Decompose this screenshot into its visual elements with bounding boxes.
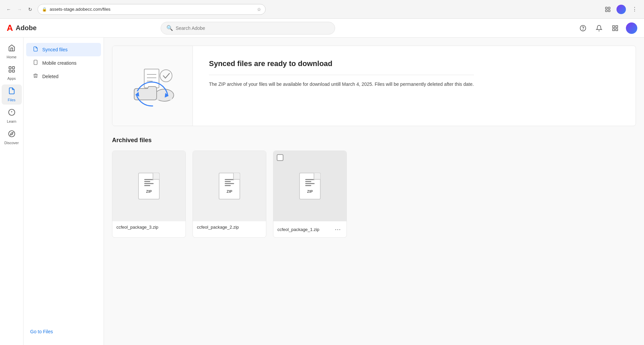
zip-line [225,179,234,180]
svg-rect-22 [157,93,172,100]
search-input[interactable] [176,25,329,31]
content-area: Synced files are ready to download The Z… [104,38,644,345]
nav-mobile-creations[interactable]: Mobile creations [26,56,101,70]
zip-line [225,185,231,186]
file-name-text-2: ccfeol_package_2.zip [197,225,239,230]
browser-chrome: ← → ↻ 🔒 assets-stage.adobecc.com/files ☆… [0,0,644,19]
svg-rect-9 [616,28,618,31]
go-to-files-link[interactable]: Go to Files [23,324,104,340]
zip-icon-3: ZIP [138,173,160,199]
sidebar-item-discover[interactable]: Discover [2,127,22,148]
synced-files-label: Synced files [42,47,67,52]
apps-grid-button[interactable] [610,23,621,34]
sidebar-home-label: Home [7,55,16,59]
zip-line [144,179,154,180]
svg-point-5 [583,29,583,30]
sync-svg [126,59,179,113]
secondary-sidebar: Synced files Mobile creations Deleted Go… [23,38,104,345]
file-more-button-1[interactable]: ⋯ [333,225,342,234]
adobe-logo[interactable]: A Adobe [7,23,37,33]
adobe-icon: A [7,23,13,33]
zip-label-2: ZIP [226,189,232,193]
zip-line [305,185,311,186]
more-options-button[interactable]: ⋮ [629,4,640,15]
file-name-3: ccfeol_package_3.zip [112,221,185,233]
file-name-text-3: ccfeol_package_3.zip [116,225,158,230]
zip-lines-1 [305,179,315,186]
zip-label-3: ZIP [146,189,152,193]
synced-files-banner: Synced files are ready to download The Z… [112,46,636,126]
svg-rect-3 [608,10,610,11]
top-nav-right [578,22,637,34]
mobile-creations-label: Mobile creations [42,60,76,66]
reload-button[interactable]: ↻ [25,5,35,14]
file-thumbnail-1: ZIP [273,151,346,221]
deleted-icon [33,73,38,80]
sidebar-apps-label: Apps [7,76,16,80]
svg-rect-19 [34,60,37,64]
svg-rect-7 [616,25,618,27]
zip-line [144,185,150,186]
svg-rect-10 [9,67,11,69]
svg-point-17 [8,131,14,137]
apps-icon [8,66,15,75]
forward-button[interactable]: → [15,5,24,14]
search-bar[interactable]: 🔍 [161,22,335,35]
sidebar-item-apps[interactable]: Apps [2,63,22,83]
adobe-text: Adobe [16,24,37,32]
file-checkbox-1[interactable] [277,154,283,161]
file-card-2[interactable]: ZIP ccfeol_package_2.zip [193,151,266,238]
zip-lines-2 [225,179,234,186]
files-icon [8,87,15,97]
discover-icon [8,130,15,139]
back-button[interactable]: ← [4,5,13,14]
nav-deleted[interactable]: Deleted [26,70,101,83]
synced-files-icon [33,46,38,53]
nav-buttons: ← → ↻ [4,5,35,14]
help-button[interactable] [578,23,588,34]
sidebar-item-home[interactable]: Home [2,42,22,62]
svg-rect-2 [605,10,607,11]
zip-line [305,179,315,180]
zip-label-1: ZIP [307,189,313,193]
mobile-creations-icon [33,60,38,66]
main-layout: Home Apps Files Learn [0,38,644,345]
star-icon[interactable]: ☆ [257,7,261,12]
svg-rect-8 [612,28,614,31]
browser-avatar [616,5,626,14]
archived-files-title: Archived files [112,137,636,144]
zip-line [144,181,150,182]
zip-icon-1: ZIP [299,173,321,199]
extensions-button[interactable] [602,4,613,15]
file-name-1: ccfeol_package_1.zip ⋯ [273,221,346,237]
secondary-nav-items: Synced files Mobile creations Deleted [23,43,104,83]
zip-line [225,181,231,182]
sidebar-item-files[interactable]: Files [2,84,22,105]
address-bar[interactable]: 🔒 assets-stage.adobecc.com/files ☆ [38,4,266,15]
zip-line [225,183,234,184]
svg-marker-18 [10,132,13,135]
banner-title: Synced files are ready to download [209,59,474,68]
left-sidebar: Home Apps Files Learn [0,38,23,345]
notifications-button[interactable] [594,23,604,34]
user-avatar[interactable] [626,22,637,34]
svg-rect-13 [12,70,14,72]
zip-line [305,183,315,184]
home-icon [8,44,15,54]
nav-synced-files[interactable]: Synced files [26,43,101,56]
svg-rect-23 [144,69,159,88]
banner-content: Synced files are ready to download The Z… [193,46,490,126]
browser-right: ⋮ [602,4,640,15]
files-grid: ZIP ccfeol_package_3.zip [112,151,636,238]
file-card-3[interactable]: ZIP ccfeol_package_3.zip [112,151,186,238]
sidebar-files-label: Files [8,98,15,102]
file-name-2: ccfeol_package_2.zip [193,221,266,233]
profile-button[interactable] [616,4,627,15]
top-nav: A Adobe 🔍 [0,19,644,38]
file-thumbnail-2: ZIP [193,151,266,221]
file-name-text-1: ccfeol_package_1.zip [277,227,319,232]
sidebar-item-learn[interactable]: Learn [2,106,22,126]
file-card-1[interactable]: ZIP ccfeol_package_1.zip ⋯ [273,151,347,238]
file-thumbnail-3: ZIP [112,151,185,221]
zip-icon-2: ZIP [219,173,240,199]
